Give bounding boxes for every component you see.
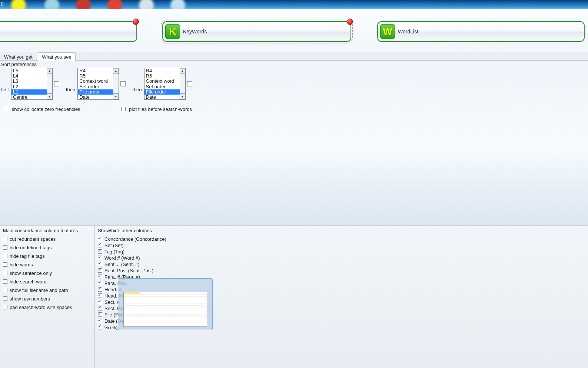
tab-what-you-get[interactable]: What you get xyxy=(0,52,37,61)
checkbox-row[interactable]: Set (Set) xyxy=(98,243,585,248)
scroll-up-icon[interactable]: ▲ xyxy=(180,68,185,74)
checkbox-icon xyxy=(98,249,102,254)
listbox-item[interactable]: File order xyxy=(144,89,185,95)
scrollbar-track[interactable] xyxy=(180,74,185,93)
listbox-item[interactable]: R4 xyxy=(144,68,185,73)
lower-settings-panel: Main concordance column features cut red… xyxy=(0,225,588,368)
checkbox-label: show sentence only xyxy=(10,270,52,276)
checkbox-icon xyxy=(98,300,102,304)
checkbox-label: Tag (Tag) xyxy=(104,249,124,254)
plot-files-before-label: plot files before search-words xyxy=(129,106,192,112)
plot-files-before-checkbox[interactable]: plot files before search-words xyxy=(121,106,192,112)
listbox-item[interactable]: Set order xyxy=(144,84,185,89)
listbox-item[interactable]: L4 xyxy=(11,73,52,79)
checkbox-label: show raw numbers xyxy=(10,296,50,302)
sort-label-first: first xyxy=(1,76,9,92)
sort-lock-checkbox[interactable] xyxy=(120,81,126,86)
keywords-icon: K xyxy=(165,24,180,39)
checkbox-label: hide words xyxy=(10,262,33,267)
checkbox-label: Set (Set) xyxy=(104,243,123,248)
tool-card-keywords[interactable]: K KeyWords xyxy=(162,21,351,42)
sort-lock-checkbox[interactable] xyxy=(54,81,59,86)
listbox-item[interactable]: R4 xyxy=(78,68,119,73)
sort-listbox-then1[interactable]: ▲ ▼ R4R5Context wordSet orderFile orderD… xyxy=(77,68,119,100)
scroll-up-icon[interactable]: ▲ xyxy=(47,68,52,74)
tab-what-you-see[interactable]: What you see xyxy=(38,52,76,61)
checkbox-icon xyxy=(98,293,102,298)
scroll-down-icon[interactable]: ▼ xyxy=(113,94,119,99)
listbox-item[interactable]: Set order xyxy=(78,84,119,89)
listbox-item[interactable]: Date xyxy=(144,95,185,100)
listbox-item[interactable]: File order xyxy=(78,89,119,95)
taskbar-app-icon[interactable] xyxy=(11,0,26,9)
listbox-item[interactable]: Centre xyxy=(11,95,52,100)
sort-listbox-first[interactable]: ▲ ▼ L5L4L3L2L1Centre xyxy=(11,68,53,100)
checkbox-icon xyxy=(3,254,7,258)
checkbox-row[interactable]: Tag (Tag) xyxy=(98,249,585,254)
checkbox-row[interactable]: show full filename and path xyxy=(3,288,92,293)
taskbar-preview-popup[interactable] xyxy=(118,278,213,330)
checkbox-row[interactable]: pad search-word with spaces xyxy=(3,305,92,310)
scrollbar-track[interactable] xyxy=(47,74,52,93)
show-collocate-zero-label: show collocate zero frequencies xyxy=(12,106,80,112)
taskbar-app-icon[interactable] xyxy=(107,0,122,9)
main-col-features-list: cut redundant spaceshide undefined tagsh… xyxy=(3,236,92,310)
checkbox-icon xyxy=(3,237,7,241)
checkbox-icon xyxy=(3,271,7,275)
checkbox-icon xyxy=(98,287,102,292)
checkbox-row[interactable]: hide tag file tags xyxy=(3,253,92,259)
taskbar-app-icon[interactable] xyxy=(170,0,185,9)
settings-tabs: What you get What you see xyxy=(0,52,588,61)
sort-label-then1: then xyxy=(66,76,75,92)
checkbox-icon xyxy=(98,319,102,323)
listbox-item[interactable]: Context word xyxy=(78,79,119,84)
listbox-item[interactable]: R5 xyxy=(78,73,119,79)
checkbox-label: Sent. # (Sent. #) xyxy=(104,262,140,267)
checkbox-row[interactable]: cut redundant spaces xyxy=(3,236,92,242)
taskbar-app-icon[interactable] xyxy=(139,0,154,9)
checkbox-row[interactable]: Word # (Word #) xyxy=(98,255,585,261)
checkbox-label: hide tag file tags xyxy=(10,253,45,259)
wordlist-icon: W xyxy=(380,24,395,39)
checkbox-label: Sect. # xyxy=(104,299,119,305)
listbox-item[interactable]: L5 xyxy=(11,68,52,73)
tool-card-wordlist[interactable]: W WordList xyxy=(377,21,585,42)
checkbox-row[interactable]: Concordance (Concordance) xyxy=(98,236,585,242)
checkbox-row[interactable]: show sentence only xyxy=(3,270,92,276)
listbox-item[interactable]: R5 xyxy=(144,73,185,79)
taskbar-app-icon[interactable] xyxy=(76,0,91,9)
checkbox-icon xyxy=(3,296,7,301)
scroll-down-icon[interactable]: ▼ xyxy=(180,94,185,99)
checkbox-row[interactable]: show raw numbers xyxy=(3,296,92,302)
sort-lock-checkbox[interactable] xyxy=(187,81,192,86)
checkbox-label: cut redundant spaces xyxy=(10,236,56,242)
checkbox-row[interactable]: hide words xyxy=(3,262,92,267)
tool-card-concord[interactable] xyxy=(0,21,137,42)
show-collocate-zero-checkbox[interactable]: show collocate zero frequencies xyxy=(4,106,80,112)
checkbox-row[interactable]: Sent. # (Sent. #) xyxy=(98,262,585,267)
sort-options-row: show collocate zero frequencies plot fil… xyxy=(0,106,588,112)
listbox-item[interactable]: Context word xyxy=(144,79,185,84)
checkbox-row[interactable]: hide search-word xyxy=(3,279,92,285)
keywords-label: KeyWords xyxy=(183,29,207,34)
listbox-item[interactable]: L2 xyxy=(11,84,52,89)
listbox-item[interactable]: Date xyxy=(78,95,119,100)
checkbox-icon xyxy=(98,256,102,260)
taskbar-app-icon[interactable] xyxy=(44,0,59,9)
listbox-item[interactable]: L1 xyxy=(11,89,52,95)
sort-preferences-title: Sort preferences xyxy=(1,62,587,67)
scrollbar-track[interactable] xyxy=(113,74,119,93)
checkbox-row[interactable]: Sent. Pos. (Sent. Pos.) xyxy=(98,268,585,273)
checkbox-icon xyxy=(3,262,7,267)
checkbox-label: show full filename and path xyxy=(10,288,68,293)
listbox-item[interactable]: L3 xyxy=(11,79,52,84)
os-taskbar: 0 xyxy=(0,0,588,9)
taskbar-corner-text: 0 xyxy=(1,1,4,7)
scroll-down-icon[interactable]: ▼ xyxy=(47,94,52,99)
scroll-up-icon[interactable]: ▲ xyxy=(113,68,119,74)
checkbox-icon xyxy=(98,262,102,266)
checkbox-row[interactable]: hide undefined tags xyxy=(3,245,92,250)
checkbox-label: % (%) xyxy=(104,325,117,330)
sort-listbox-then2[interactable]: ▲ ▼ R4R5Context wordSet orderFile orderD… xyxy=(144,68,186,100)
tool-launch-row: K KeyWords W WordList xyxy=(0,9,588,52)
